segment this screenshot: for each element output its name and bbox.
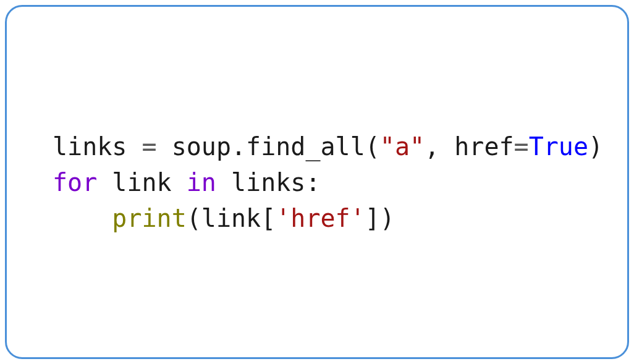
builtin-print: print bbox=[112, 204, 186, 232]
identifier: links bbox=[231, 168, 305, 197]
code-box: links = soup.find_all("a", href=True) fo… bbox=[5, 5, 629, 359]
paren-open: ( bbox=[365, 132, 380, 161]
identifier: soup bbox=[172, 132, 231, 161]
bracket-open: [ bbox=[261, 204, 276, 232]
operator: = bbox=[127, 132, 171, 161]
bracket-close: ] bbox=[365, 204, 380, 232]
paren-open: ( bbox=[187, 204, 201, 232]
string-literal: "a" bbox=[380, 132, 425, 161]
colon: : bbox=[305, 168, 320, 197]
paren-close: ) bbox=[380, 204, 395, 232]
code-block: links = soup.find_all("a", href=True) fo… bbox=[53, 129, 603, 236]
identifier: links bbox=[53, 132, 127, 161]
string-literal: 'href' bbox=[276, 204, 365, 232]
paren-close: ) bbox=[588, 132, 603, 161]
code-line-2: for link in links: bbox=[53, 168, 321, 197]
constant-true: True bbox=[529, 132, 588, 161]
kwarg-name: href bbox=[454, 132, 514, 161]
space bbox=[216, 168, 231, 197]
code-line-1: links = soup.find_all("a", href=True) bbox=[53, 132, 603, 161]
operator: = bbox=[514, 132, 529, 161]
indent bbox=[53, 204, 112, 232]
space bbox=[97, 168, 112, 197]
method: find_all bbox=[246, 132, 365, 161]
punct: . bbox=[231, 132, 246, 161]
identifier: link bbox=[112, 168, 171, 197]
keyword-for: for bbox=[53, 168, 97, 197]
code-line-3: print(link['href']) bbox=[53, 204, 395, 232]
keyword-in: in bbox=[187, 168, 216, 197]
space bbox=[172, 168, 187, 197]
identifier: link bbox=[201, 204, 261, 232]
comma: , bbox=[425, 132, 454, 161]
